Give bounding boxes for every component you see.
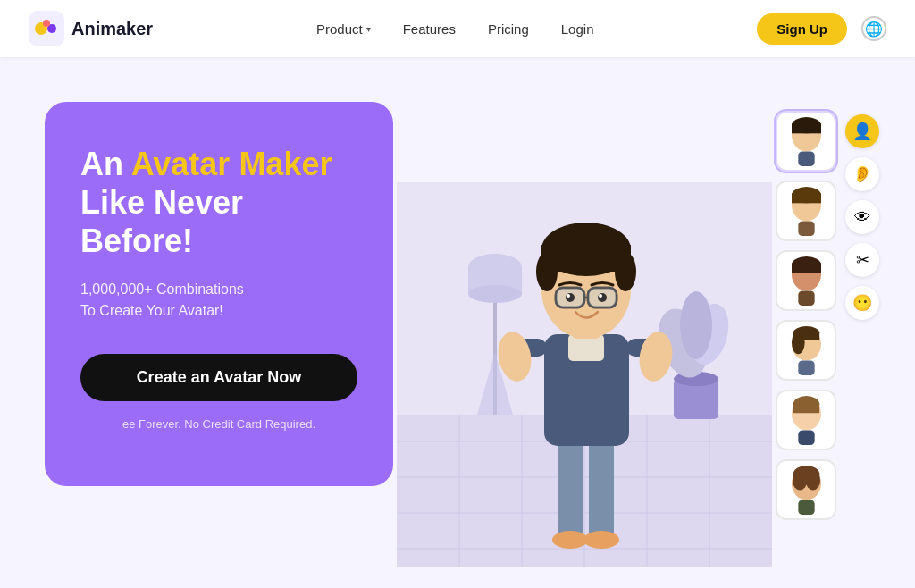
- svg-point-66: [792, 331, 805, 354]
- control-ears-btn[interactable]: 👂: [845, 157, 879, 191]
- avatar-area: [393, 102, 776, 567]
- controls-list: 👤 👂 👁 ✂ 😶: [845, 114, 879, 320]
- svg-point-3: [43, 20, 50, 27]
- control-eyes-btn[interactable]: 👁: [845, 200, 879, 234]
- nav-features[interactable]: Features: [403, 21, 456, 37]
- hero-title: An Avatar Maker Like Never Before!: [80, 145, 357, 261]
- svg-rect-62: [798, 290, 814, 306]
- svg-rect-70: [793, 403, 818, 413]
- cta-button[interactable]: Create an Avatar Now: [80, 354, 357, 401]
- svg-point-50: [599, 294, 602, 298]
- avatar-thumbnail-list: [776, 111, 836, 520]
- nav-pricing[interactable]: Pricing: [488, 21, 529, 37]
- svg-rect-61: [792, 263, 821, 273]
- svg-point-34: [495, 329, 535, 383]
- svg-point-40: [536, 252, 558, 291]
- svg-rect-58: [798, 221, 814, 236]
- header: Animaker Product ▾ Features Pricing Logi…: [0, 0, 915, 57]
- signup-button[interactable]: Sign Up: [757, 13, 847, 45]
- main-content: An Avatar Maker Like Never Before! 1,000…: [0, 57, 915, 588]
- svg-rect-27: [589, 433, 614, 540]
- svg-rect-54: [798, 151, 814, 166]
- svg-point-35: [635, 329, 674, 383]
- avatar-thumb-3[interactable]: [776, 250, 836, 311]
- logo-text: Animaker: [71, 19, 153, 39]
- logo[interactable]: Animaker: [29, 11, 153, 46]
- svg-rect-26: [558, 433, 583, 540]
- control-hair-btn[interactable]: 👤: [845, 114, 879, 148]
- svg-point-47: [566, 293, 575, 302]
- avatar-thumb-6[interactable]: [776, 459, 836, 520]
- hero-card: An Avatar Maker Like Never Before! 1,000…: [45, 102, 393, 486]
- svg-point-49: [567, 294, 570, 298]
- avatar-thumb-4[interactable]: [776, 320, 836, 381]
- control-style-btn[interactable]: ✂: [845, 243, 879, 277]
- svg-point-75: [792, 470, 807, 490]
- right-panel: 👤 👂 👁 ✂ 😶: [776, 111, 879, 520]
- svg-rect-67: [798, 360, 814, 375]
- hero-subtitle: 1,000,000+ Combinations To Create Your A…: [80, 279, 357, 322]
- svg-rect-77: [798, 500, 814, 515]
- avatar-thumb-5[interactable]: [776, 390, 836, 450]
- svg-point-29: [583, 531, 619, 549]
- svg-point-28: [552, 531, 588, 549]
- svg-rect-53: [792, 123, 821, 133]
- svg-point-48: [598, 293, 607, 302]
- control-mouth-btn[interactable]: 😶: [845, 286, 879, 320]
- avatar-thumb-1[interactable]: [776, 111, 836, 172]
- character-avatar: [495, 191, 674, 567]
- free-note: ee Forever. No Credit Card Required.: [80, 417, 357, 431]
- nav-login[interactable]: Login: [561, 21, 594, 37]
- svg-rect-57: [792, 193, 821, 203]
- svg-point-25: [680, 291, 712, 359]
- svg-rect-71: [798, 430, 814, 445]
- main-nav: Product ▾ Features Pricing Login: [316, 21, 593, 37]
- nav-product[interactable]: Product ▾: [316, 21, 371, 37]
- globe-icon[interactable]: 🌐: [861, 16, 886, 41]
- nav-actions: Sign Up 🌐: [757, 13, 886, 45]
- avatar-thumb-2[interactable]: [776, 181, 836, 241]
- chevron-down-icon: ▾: [366, 24, 371, 34]
- logo-icon: [29, 11, 64, 46]
- svg-point-76: [805, 470, 820, 490]
- svg-point-41: [615, 252, 636, 291]
